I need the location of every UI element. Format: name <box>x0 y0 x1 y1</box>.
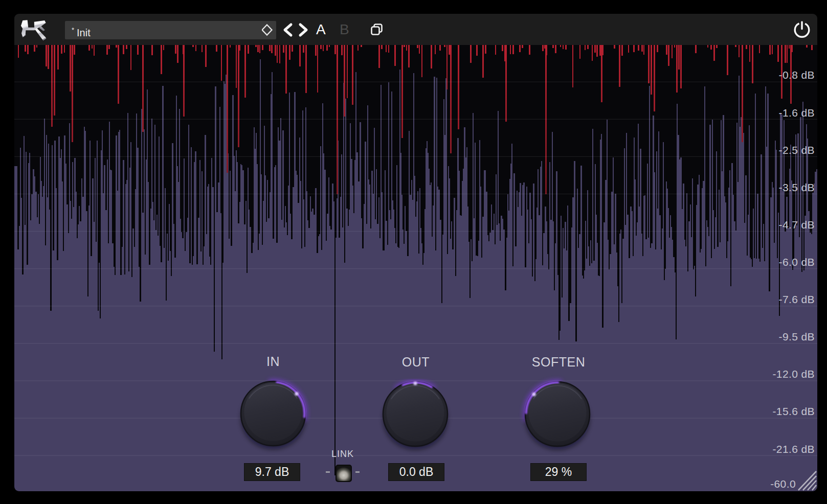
svg-text:-9.5 dB: -9.5 dB <box>778 331 815 342</box>
svg-text:-21.6 dB: -21.6 dB <box>772 443 815 455</box>
svg-text:-3.5 dB: -3.5 dB <box>778 181 815 193</box>
svg-text:-60.0: -60.0 <box>770 478 796 490</box>
svg-text:-7.6 dB: -7.6 dB <box>778 293 815 305</box>
svg-text:-2.5 dB: -2.5 dB <box>778 144 815 156</box>
svg-text:-0.8 dB: -0.8 dB <box>778 69 815 81</box>
svg-text:-6.0 dB: -6.0 dB <box>778 256 815 268</box>
svg-text:-15.6 dB: -15.6 dB <box>772 405 815 417</box>
svg-text:-1.6 dB: -1.6 dB <box>778 107 815 119</box>
svg-text:-12.0 dB: -12.0 dB <box>772 368 815 380</box>
svg-text:-4.7 dB: -4.7 dB <box>778 219 815 231</box>
